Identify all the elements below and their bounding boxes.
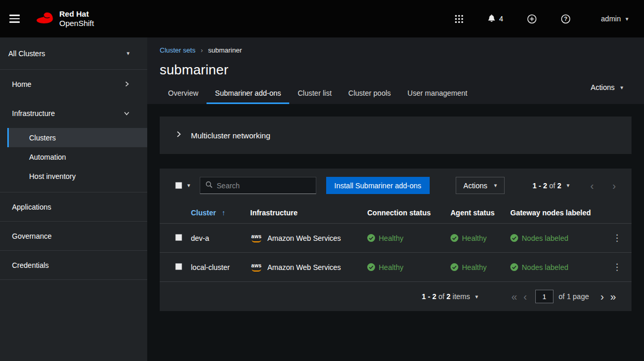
- check-circle-icon: [450, 263, 458, 271]
- tab-cluster-pools[interactable]: Cluster pools: [340, 85, 400, 104]
- breadcrumb: Cluster sets › submariner: [160, 46, 632, 54]
- page-number-input[interactable]: [535, 290, 553, 303]
- caret-down-icon: ▾: [625, 16, 628, 22]
- sidebar-item-applications[interactable]: Applications: [0, 192, 147, 222]
- bottom-pagination: 1 - 2 of 2 items ▾ « ‹ of 1 page › »: [160, 282, 632, 311]
- pagination-range-value: 1 - 2: [422, 292, 436, 301]
- check-circle-icon: [450, 234, 458, 242]
- check-circle-icon: [510, 234, 518, 242]
- row-checkbox[interactable]: [175, 234, 182, 241]
- agent-status[interactable]: Healthy: [450, 263, 486, 272]
- column-header-label[interactable]: Cluster: [191, 209, 216, 217]
- connection-status[interactable]: Healthy: [367, 234, 403, 242]
- column-header-cluster[interactable]: Cluster↑: [191, 202, 250, 224]
- agent-status[interactable]: Healthy: [450, 234, 486, 242]
- prev-page-button[interactable]: ‹: [520, 291, 530, 302]
- sidebar-item-infrastructure[interactable]: Infrastructure: [0, 99, 147, 128]
- connection-status[interactable]: Healthy: [367, 263, 403, 272]
- last-page-button[interactable]: »: [607, 291, 619, 302]
- table-toolbar: ▾ Install Submariner add-ons Actions ▾: [160, 169, 632, 202]
- bulk-select-dropdown[interactable]: ▾: [175, 182, 190, 189]
- sidebar-item-host-inventory[interactable]: Host inventory: [7, 166, 147, 186]
- svg-text:?: ?: [564, 16, 568, 22]
- page-actions-dropdown[interactable]: Actions ▾: [591, 83, 623, 92]
- kebab-menu-icon[interactable]: ⋮: [608, 261, 627, 274]
- pagination-caret-icon[interactable]: ▾: [475, 294, 478, 300]
- page-of-label: of 1 page: [559, 292, 589, 301]
- header-checkbox-cell: [160, 202, 191, 224]
- infrastructure-subnav: Clusters Automation Host inventory: [0, 128, 147, 192]
- infrastructure-cell: aws Amazon Web Services: [250, 234, 363, 242]
- sidebar-item-automation[interactable]: Automation: [7, 147, 147, 166]
- tab-submariner-add-ons[interactable]: Submariner add-ons: [207, 85, 289, 104]
- pagination-range: 1 - 2 of 2 items: [422, 292, 470, 301]
- username: admin: [601, 15, 621, 23]
- next-page-button[interactable]: ›: [609, 180, 619, 191]
- hamburger-menu-icon[interactable]: [9, 15, 20, 23]
- notification-bell-icon: [487, 14, 496, 24]
- main-content: Cluster sets › submariner submariner Act…: [147, 37, 644, 361]
- sidebar-item-clusters[interactable]: Clusters: [7, 128, 147, 147]
- brand-logo[interactable]: Red Hat OpenShift: [35, 9, 94, 28]
- chevron-right-icon: [175, 131, 182, 140]
- multicluster-networking-card[interactable]: Multicluster networking: [160, 117, 632, 154]
- sidebar-item-credentials[interactable]: Credentials: [0, 251, 147, 280]
- header-kebab-cell: [607, 202, 632, 224]
- tab-bar: Overview Submariner add-ons Cluster list…: [160, 85, 632, 104]
- kebab-menu-icon[interactable]: ⋮: [608, 231, 627, 244]
- bulk-select-checkbox[interactable]: [175, 182, 182, 189]
- table-row: local-cluster aws Amazon Web Services: [160, 253, 632, 282]
- check-circle-icon: [367, 263, 375, 271]
- tab-cluster-list[interactable]: Cluster list: [289, 85, 340, 104]
- app-launcher-icon[interactable]: [452, 11, 467, 27]
- brand-line1: Red Hat: [59, 9, 94, 19]
- table-row: dev-a aws Amazon Web Services: [160, 224, 632, 253]
- chevron-down-icon: [124, 109, 130, 118]
- search-input[interactable]: [217, 182, 311, 190]
- top-pagination: 1 - 2 of 2 ▾ ‹ ›: [533, 180, 619, 191]
- tab-overview[interactable]: Overview: [160, 85, 207, 104]
- sidebar: All Clusters ▾ Home Infrastructure Clust…: [0, 37, 147, 361]
- infrastructure-label: Amazon Web Services: [267, 234, 341, 242]
- prev-page-button[interactable]: ‹: [587, 180, 597, 191]
- row-checkbox[interactable]: [175, 263, 182, 270]
- install-submariner-button[interactable]: Install Submariner add-ons: [326, 177, 430, 194]
- page-content: Multicluster networking ▾: [147, 104, 644, 361]
- perspective-label: All Clusters: [8, 49, 45, 58]
- add-circle-icon[interactable]: [524, 11, 540, 27]
- table-actions-dropdown[interactable]: Actions ▾: [456, 177, 505, 194]
- clusters-table: Cluster↑ Infrastructure Connection statu…: [160, 202, 632, 282]
- aws-icon: aws: [250, 234, 263, 242]
- check-circle-icon: [510, 263, 518, 271]
- sidebar-item-governance[interactable]: Governance: [0, 222, 147, 251]
- help-icon[interactable]: ?: [558, 11, 574, 27]
- notification-count: 4: [499, 15, 504, 23]
- tab-user-management[interactable]: User management: [399, 85, 475, 104]
- page-header: Cluster sets › submariner submariner Act…: [147, 37, 644, 104]
- masthead-toolbar: 4 ? admin ▾: [434, 10, 628, 27]
- gateway-nodes-status[interactable]: Nodes labeled: [510, 263, 569, 272]
- pagination-caret-icon[interactable]: ▾: [566, 183, 570, 188]
- infrastructure-cell: aws Amazon Web Services: [250, 263, 363, 272]
- gateway-nodes-status[interactable]: Nodes labeled: [510, 234, 569, 242]
- next-page-button[interactable]: ›: [597, 291, 607, 302]
- aws-icon: aws: [250, 263, 263, 272]
- breadcrumb-current: submariner: [208, 46, 242, 54]
- masthead: Red Hat OpenShift 4: [0, 0, 644, 37]
- sort-ascending-icon[interactable]: ↑: [222, 209, 225, 217]
- perspective-switcher[interactable]: All Clusters ▾: [0, 37, 147, 70]
- caret-down-icon: ▾: [126, 50, 130, 56]
- notifications-button[interactable]: 4: [484, 10, 507, 27]
- sidebar-item-home[interactable]: Home: [0, 70, 147, 99]
- sidebar-item-label: Clusters: [29, 134, 56, 142]
- breadcrumb-cluster-sets[interactable]: Cluster sets: [160, 46, 196, 54]
- page-title: submariner: [160, 62, 632, 78]
- caret-down-icon: ▾: [620, 85, 623, 91]
- page-actions-label: Actions: [591, 83, 615, 92]
- first-page-button[interactable]: «: [508, 291, 520, 302]
- column-header-connection-status: Connection status: [367, 202, 450, 224]
- user-menu[interactable]: admin ▾: [601, 15, 628, 23]
- pagination-range: 1 - 2 of 2: [533, 182, 561, 190]
- search-box: [200, 177, 316, 194]
- red-hat-logo-icon: [35, 11, 54, 27]
